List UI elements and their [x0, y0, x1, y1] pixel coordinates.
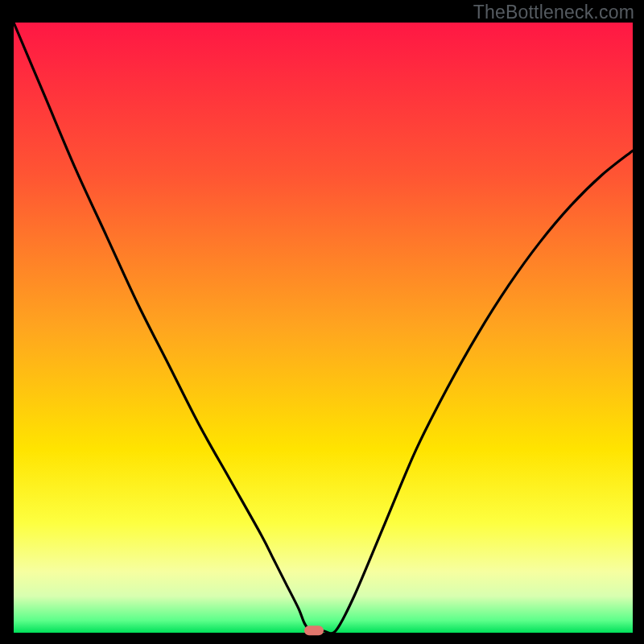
plot-background: [14, 23, 633, 633]
watermark-text: TheBottleneck.com: [473, 2, 634, 23]
chart-frame: TheBottleneck.com: [0, 0, 644, 644]
bottleneck-chart: [0, 0, 644, 644]
optimal-marker: [304, 625, 324, 635]
